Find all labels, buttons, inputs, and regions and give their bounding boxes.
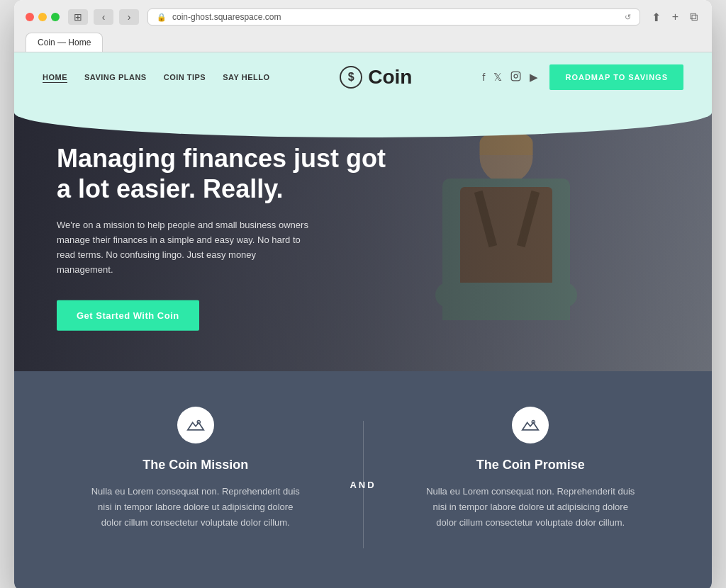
browser-top-bar: ⊞ ‹ › 🔒 coin-ghost.squarespace.com ↺ ⬆ +… xyxy=(26,9,700,26)
hero-section: Managing finances just got a lot easier.… xyxy=(14,102,712,371)
promise-title: The Coin Promise xyxy=(406,458,656,473)
address-bar[interactable]: 🔒 coin-ghost.squarespace.com ↺ xyxy=(147,9,640,26)
wave-container xyxy=(14,102,712,137)
reload-icon[interactable]: ↺ xyxy=(625,13,631,22)
youtube-icon[interactable]: ▶ xyxy=(530,71,538,84)
mission-column: The Coin Mission Nulla eu Lorem consequa… xyxy=(43,407,349,531)
roadmap-button[interactable]: ROADMAP TO SAVINGS xyxy=(549,64,683,90)
new-tab-button[interactable]: + xyxy=(669,9,681,26)
promise-text: Nulla eu Lorem consequat non. Reprehende… xyxy=(424,484,637,531)
tabs-overview-button[interactable]: ⧉ xyxy=(687,9,700,26)
promise-icon-circle xyxy=(512,407,549,443)
twitter-icon[interactable]: 𝕏 xyxy=(493,71,502,84)
browser-tabs: Coin — Home xyxy=(26,33,700,52)
instagram-icon[interactable] xyxy=(510,71,521,84)
logo-text: Coin xyxy=(368,66,412,89)
nav-coin-tips[interactable]: COIN TIPS xyxy=(164,73,206,81)
nav-home[interactable]: HOME xyxy=(43,73,67,81)
traffic-lights xyxy=(26,13,60,21)
nav-saving-plans[interactable]: SAVING PLANS xyxy=(84,73,147,81)
wave-shape xyxy=(14,102,712,137)
close-button[interactable] xyxy=(26,13,34,21)
svg-point-1 xyxy=(514,74,518,78)
main-nav: HOME SAVING PLANS COIN TIPS SAY HELLO xyxy=(43,73,269,81)
site-logo[interactable]: $ Coin xyxy=(340,66,412,89)
active-tab[interactable]: Coin — Home xyxy=(26,33,103,52)
nav-say-hello[interactable]: SAY HELLO xyxy=(223,73,269,81)
hero-title: Managing finances just got a lot easier.… xyxy=(57,143,397,204)
social-icons: f 𝕏 ▶ xyxy=(482,71,538,84)
minimize-button[interactable] xyxy=(38,13,47,21)
features-section: The Coin Mission Nulla eu Lorem consequa… xyxy=(14,371,712,588)
browser-window: ⊞ ‹ › 🔒 coin-ghost.squarespace.com ↺ ⬆ +… xyxy=(14,0,712,588)
promise-column: The Coin Promise Nulla eu Lorem consequa… xyxy=(378,407,684,531)
forward-button[interactable]: › xyxy=(119,9,139,25)
features-divider: AND xyxy=(349,407,378,548)
and-label: AND xyxy=(350,480,376,490)
hero-cta-button[interactable]: Get Started With Coin xyxy=(57,300,199,330)
site-header: HOME SAVING PLANS COIN TIPS SAY HELLO $ … xyxy=(14,52,712,102)
mountain-icon xyxy=(186,417,205,433)
logo-icon: $ xyxy=(340,66,362,89)
browser-chrome: ⊞ ‹ › 🔒 coin-ghost.squarespace.com ↺ ⬆ +… xyxy=(14,0,712,52)
share-button[interactable]: ⬆ xyxy=(649,9,664,26)
sidebar-toggle-button[interactable]: ⊞ xyxy=(68,9,88,25)
website-content: HOME SAVING PLANS COIN TIPS SAY HELLO $ … xyxy=(14,52,712,588)
tab-label: Coin — Home xyxy=(38,38,91,47)
svg-point-2 xyxy=(518,73,519,74)
facebook-icon[interactable]: f xyxy=(482,71,485,84)
header-right: f 𝕏 ▶ ROADMAP TO SAVINGS xyxy=(482,64,683,90)
mountain-icon-2 xyxy=(521,417,540,433)
hero-subtitle: We're on a mission to help people and sm… xyxy=(57,218,312,277)
window-controls: ⊞ ‹ › xyxy=(68,9,139,25)
back-button[interactable]: ‹ xyxy=(94,9,113,25)
svg-rect-0 xyxy=(512,72,521,81)
mission-title: The Coin Mission xyxy=(71,458,320,473)
mission-text: Nulla eu Lorem consequat non. Reprehende… xyxy=(89,484,302,531)
url-text: coin-ghost.squarespace.com xyxy=(172,12,281,22)
mission-icon-circle xyxy=(177,407,214,443)
hero-content: Managing finances just got a lot easier.… xyxy=(57,143,397,331)
maximize-button[interactable] xyxy=(51,13,60,21)
lock-icon: 🔒 xyxy=(157,13,167,22)
browser-actions: ⬆ + ⧉ xyxy=(649,9,700,26)
